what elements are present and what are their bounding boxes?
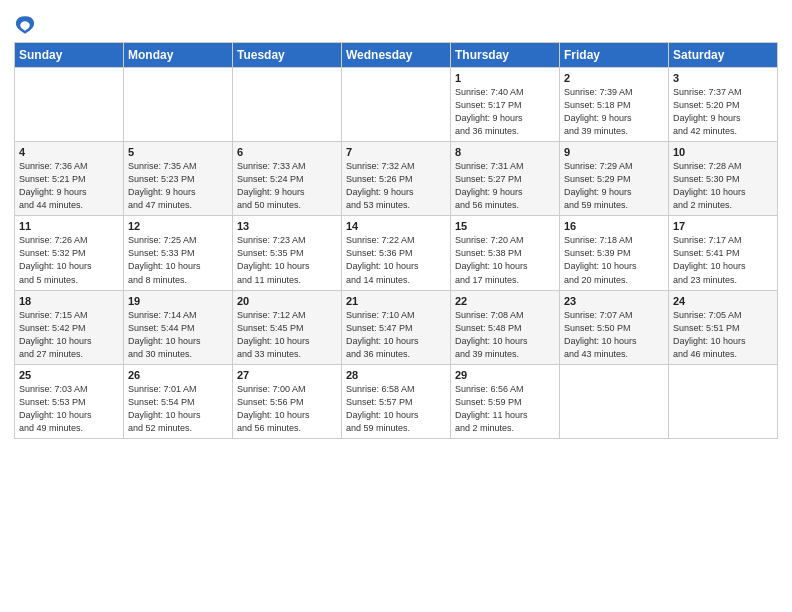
calendar-cell: 29Sunrise: 6:56 AM Sunset: 5:59 PM Dayli…: [451, 364, 560, 438]
day-number: 27: [237, 369, 337, 381]
weekday-header-row: SundayMondayTuesdayWednesdayThursdayFrid…: [15, 43, 778, 68]
calendar-cell: 23Sunrise: 7:07 AM Sunset: 5:50 PM Dayli…: [560, 290, 669, 364]
calendar-cell: 10Sunrise: 7:28 AM Sunset: 5:30 PM Dayli…: [669, 142, 778, 216]
logo: [14, 14, 38, 36]
day-info: Sunrise: 7:07 AM Sunset: 5:50 PM Dayligh…: [564, 309, 664, 361]
day-info: Sunrise: 7:22 AM Sunset: 5:36 PM Dayligh…: [346, 234, 446, 286]
calendar-cell: [560, 364, 669, 438]
day-info: Sunrise: 7:40 AM Sunset: 5:17 PM Dayligh…: [455, 86, 555, 138]
calendar-week-row: 4Sunrise: 7:36 AM Sunset: 5:21 PM Daylig…: [15, 142, 778, 216]
day-info: Sunrise: 7:25 AM Sunset: 5:33 PM Dayligh…: [128, 234, 228, 286]
day-info: Sunrise: 6:56 AM Sunset: 5:59 PM Dayligh…: [455, 383, 555, 435]
calendar-cell: 15Sunrise: 7:20 AM Sunset: 5:38 PM Dayli…: [451, 216, 560, 290]
page-container: SundayMondayTuesdayWednesdayThursdayFrid…: [0, 0, 792, 445]
weekday-header-wednesday: Wednesday: [342, 43, 451, 68]
day-info: Sunrise: 7:29 AM Sunset: 5:29 PM Dayligh…: [564, 160, 664, 212]
day-info: Sunrise: 7:26 AM Sunset: 5:32 PM Dayligh…: [19, 234, 119, 286]
day-info: Sunrise: 7:12 AM Sunset: 5:45 PM Dayligh…: [237, 309, 337, 361]
day-info: Sunrise: 6:58 AM Sunset: 5:57 PM Dayligh…: [346, 383, 446, 435]
calendar-cell: [15, 68, 124, 142]
day-number: 12: [128, 220, 228, 232]
day-number: 10: [673, 146, 773, 158]
calendar-cell: 18Sunrise: 7:15 AM Sunset: 5:42 PM Dayli…: [15, 290, 124, 364]
day-number: 18: [19, 295, 119, 307]
day-number: 5: [128, 146, 228, 158]
calendar-cell: 13Sunrise: 7:23 AM Sunset: 5:35 PM Dayli…: [233, 216, 342, 290]
day-number: 21: [346, 295, 446, 307]
calendar-cell: 2Sunrise: 7:39 AM Sunset: 5:18 PM Daylig…: [560, 68, 669, 142]
day-info: Sunrise: 7:23 AM Sunset: 5:35 PM Dayligh…: [237, 234, 337, 286]
calendar-cell: 9Sunrise: 7:29 AM Sunset: 5:29 PM Daylig…: [560, 142, 669, 216]
calendar-cell: [342, 68, 451, 142]
day-info: Sunrise: 7:33 AM Sunset: 5:24 PM Dayligh…: [237, 160, 337, 212]
calendar-cell: 19Sunrise: 7:14 AM Sunset: 5:44 PM Dayli…: [124, 290, 233, 364]
calendar-cell: 21Sunrise: 7:10 AM Sunset: 5:47 PM Dayli…: [342, 290, 451, 364]
calendar-cell: 14Sunrise: 7:22 AM Sunset: 5:36 PM Dayli…: [342, 216, 451, 290]
calendar-cell: 6Sunrise: 7:33 AM Sunset: 5:24 PM Daylig…: [233, 142, 342, 216]
day-info: Sunrise: 7:01 AM Sunset: 5:54 PM Dayligh…: [128, 383, 228, 435]
weekday-header-friday: Friday: [560, 43, 669, 68]
calendar-week-row: 1Sunrise: 7:40 AM Sunset: 5:17 PM Daylig…: [15, 68, 778, 142]
day-info: Sunrise: 7:14 AM Sunset: 5:44 PM Dayligh…: [128, 309, 228, 361]
calendar-cell: 24Sunrise: 7:05 AM Sunset: 5:51 PM Dayli…: [669, 290, 778, 364]
weekday-header-thursday: Thursday: [451, 43, 560, 68]
day-info: Sunrise: 7:32 AM Sunset: 5:26 PM Dayligh…: [346, 160, 446, 212]
calendar-cell: 25Sunrise: 7:03 AM Sunset: 5:53 PM Dayli…: [15, 364, 124, 438]
day-info: Sunrise: 7:35 AM Sunset: 5:23 PM Dayligh…: [128, 160, 228, 212]
day-info: Sunrise: 7:00 AM Sunset: 5:56 PM Dayligh…: [237, 383, 337, 435]
calendar-cell: 11Sunrise: 7:26 AM Sunset: 5:32 PM Dayli…: [15, 216, 124, 290]
day-number: 20: [237, 295, 337, 307]
day-info: Sunrise: 7:36 AM Sunset: 5:21 PM Dayligh…: [19, 160, 119, 212]
calendar-cell: 7Sunrise: 7:32 AM Sunset: 5:26 PM Daylig…: [342, 142, 451, 216]
day-info: Sunrise: 7:15 AM Sunset: 5:42 PM Dayligh…: [19, 309, 119, 361]
calendar-cell: 16Sunrise: 7:18 AM Sunset: 5:39 PM Dayli…: [560, 216, 669, 290]
calendar-cell: 1Sunrise: 7:40 AM Sunset: 5:17 PM Daylig…: [451, 68, 560, 142]
day-number: 7: [346, 146, 446, 158]
day-info: Sunrise: 7:39 AM Sunset: 5:18 PM Dayligh…: [564, 86, 664, 138]
calendar-cell: 8Sunrise: 7:31 AM Sunset: 5:27 PM Daylig…: [451, 142, 560, 216]
calendar-cell: 5Sunrise: 7:35 AM Sunset: 5:23 PM Daylig…: [124, 142, 233, 216]
calendar-table: SundayMondayTuesdayWednesdayThursdayFrid…: [14, 42, 778, 439]
day-info: Sunrise: 7:18 AM Sunset: 5:39 PM Dayligh…: [564, 234, 664, 286]
day-info: Sunrise: 7:31 AM Sunset: 5:27 PM Dayligh…: [455, 160, 555, 212]
day-number: 22: [455, 295, 555, 307]
day-number: 26: [128, 369, 228, 381]
day-number: 8: [455, 146, 555, 158]
calendar-week-row: 18Sunrise: 7:15 AM Sunset: 5:42 PM Dayli…: [15, 290, 778, 364]
weekday-header-monday: Monday: [124, 43, 233, 68]
calendar-cell: 26Sunrise: 7:01 AM Sunset: 5:54 PM Dayli…: [124, 364, 233, 438]
calendar-cell: 17Sunrise: 7:17 AM Sunset: 5:41 PM Dayli…: [669, 216, 778, 290]
day-info: Sunrise: 7:17 AM Sunset: 5:41 PM Dayligh…: [673, 234, 773, 286]
calendar-cell: [233, 68, 342, 142]
calendar-cell: 27Sunrise: 7:00 AM Sunset: 5:56 PM Dayli…: [233, 364, 342, 438]
day-info: Sunrise: 7:03 AM Sunset: 5:53 PM Dayligh…: [19, 383, 119, 435]
day-number: 23: [564, 295, 664, 307]
calendar-week-row: 11Sunrise: 7:26 AM Sunset: 5:32 PM Dayli…: [15, 216, 778, 290]
weekday-header-saturday: Saturday: [669, 43, 778, 68]
calendar-week-row: 25Sunrise: 7:03 AM Sunset: 5:53 PM Dayli…: [15, 364, 778, 438]
weekday-header-sunday: Sunday: [15, 43, 124, 68]
day-number: 14: [346, 220, 446, 232]
day-number: 2: [564, 72, 664, 84]
calendar-cell: 22Sunrise: 7:08 AM Sunset: 5:48 PM Dayli…: [451, 290, 560, 364]
day-number: 19: [128, 295, 228, 307]
day-info: Sunrise: 7:28 AM Sunset: 5:30 PM Dayligh…: [673, 160, 773, 212]
day-info: Sunrise: 7:10 AM Sunset: 5:47 PM Dayligh…: [346, 309, 446, 361]
day-number: 25: [19, 369, 119, 381]
day-info: Sunrise: 7:20 AM Sunset: 5:38 PM Dayligh…: [455, 234, 555, 286]
day-number: 11: [19, 220, 119, 232]
calendar-cell: [124, 68, 233, 142]
calendar-cell: [669, 364, 778, 438]
day-info: Sunrise: 7:08 AM Sunset: 5:48 PM Dayligh…: [455, 309, 555, 361]
day-number: 29: [455, 369, 555, 381]
day-number: 6: [237, 146, 337, 158]
day-number: 9: [564, 146, 664, 158]
day-info: Sunrise: 7:05 AM Sunset: 5:51 PM Dayligh…: [673, 309, 773, 361]
day-number: 28: [346, 369, 446, 381]
calendar-cell: 20Sunrise: 7:12 AM Sunset: 5:45 PM Dayli…: [233, 290, 342, 364]
day-number: 16: [564, 220, 664, 232]
calendar-cell: 4Sunrise: 7:36 AM Sunset: 5:21 PM Daylig…: [15, 142, 124, 216]
calendar-cell: 12Sunrise: 7:25 AM Sunset: 5:33 PM Dayli…: [124, 216, 233, 290]
header: [14, 10, 778, 36]
day-number: 15: [455, 220, 555, 232]
